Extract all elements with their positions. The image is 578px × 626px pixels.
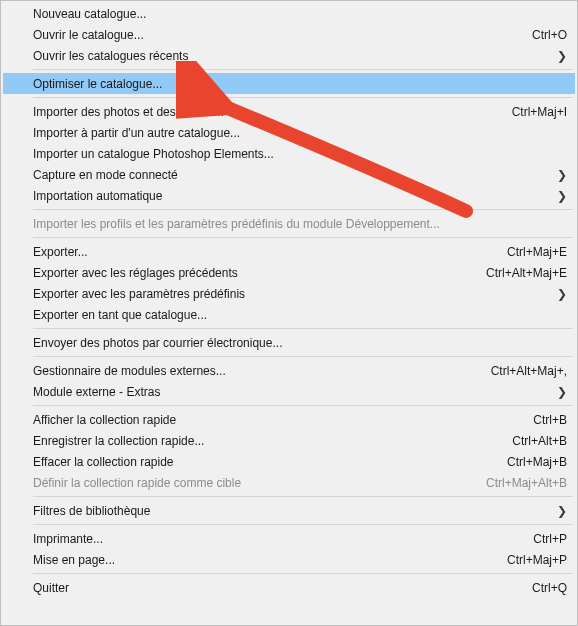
menu-item-shortcut: Ctrl+P — [509, 532, 567, 546]
menu-item-export-presets[interactable]: Exporter avec les paramètres prédéfinis❯ — [3, 283, 575, 304]
menu-item-open-catalog[interactable]: Ouvrir le catalogue...Ctrl+O — [3, 24, 575, 45]
menu-item-shortcut: Ctrl+Alt+B — [488, 434, 567, 448]
chevron-right-icon: ❯ — [557, 504, 567, 518]
menu-item-save-quick[interactable]: Enregistrer la collection rapide...Ctrl+… — [3, 430, 575, 451]
menu-item-recent-catalogs[interactable]: Ouvrir les catalogues récents❯ — [3, 45, 575, 66]
menu-item-shortcut: Ctrl+O — [508, 28, 567, 42]
menu-item-import-photos[interactable]: Importer des photos et des vidéos...Ctrl… — [3, 101, 575, 122]
menu-item-export[interactable]: Exporter...Ctrl+Maj+E — [3, 241, 575, 262]
menu-item-label: Capture en mode connecté — [33, 168, 557, 182]
menu-separator — [33, 356, 573, 357]
menu-item-label: Afficher la collection rapide — [33, 413, 509, 427]
menu-item-import-from-cat[interactable]: Importer à partir d'un autre catalogue..… — [3, 122, 575, 143]
menu-item-label: Nouveau catalogue... — [33, 7, 567, 21]
menu-item-label: Quitter — [33, 581, 508, 595]
menu-item-export-as-catalog[interactable]: Exporter en tant que catalogue... — [3, 304, 575, 325]
chevron-right-icon: ❯ — [557, 287, 567, 301]
menu-separator — [33, 524, 573, 525]
menu-item-printer[interactable]: Imprimante...Ctrl+P — [3, 528, 575, 549]
menu-item-export-previous[interactable]: Exporter avec les réglages précédentsCtr… — [3, 262, 575, 283]
menu-item-shortcut: Ctrl+B — [509, 413, 567, 427]
menu-separator — [33, 209, 573, 210]
menu-item-set-quick-target: Définir la collection rapide comme cible… — [3, 472, 575, 493]
menu-item-tethered-capture[interactable]: Capture en mode connecté❯ — [3, 164, 575, 185]
menu-item-import-dev-profiles: Importer les profils et les paramètres p… — [3, 213, 575, 234]
menu-item-label: Importer les profils et les paramètres p… — [33, 217, 567, 231]
menu-item-label: Filtres de bibliothèque — [33, 504, 557, 518]
chevron-right-icon: ❯ — [557, 385, 567, 399]
menu-separator — [33, 97, 573, 98]
menu-separator — [33, 237, 573, 238]
chevron-right-icon: ❯ — [557, 49, 567, 63]
menu-item-new-catalog[interactable]: Nouveau catalogue... — [3, 3, 575, 24]
menu-item-label: Importer des photos et des vidéos... — [33, 105, 488, 119]
menu-item-import-pse[interactable]: Importer un catalogue Photoshop Elements… — [3, 143, 575, 164]
menu-item-shortcut: Ctrl+Alt+Maj+, — [467, 364, 567, 378]
menu-item-shortcut: Ctrl+Maj+P — [483, 553, 567, 567]
menu-item-label: Exporter avec les réglages précédents — [33, 266, 462, 280]
menu-item-label: Enregistrer la collection rapide... — [33, 434, 488, 448]
menu-item-optimize-catalog[interactable]: Optimiser le catalogue... — [3, 73, 575, 94]
menu-item-plugin-manager[interactable]: Gestionnaire de modules externes...Ctrl+… — [3, 360, 575, 381]
menu-item-label: Module externe - Extras — [33, 385, 557, 399]
menu-item-label: Imprimante... — [33, 532, 509, 546]
menu-item-library-filters[interactable]: Filtres de bibliothèque❯ — [3, 500, 575, 521]
menu-separator — [33, 69, 573, 70]
menu-item-quit[interactable]: QuitterCtrl+Q — [3, 577, 575, 598]
menu-item-label: Définir la collection rapide comme cible — [33, 476, 462, 490]
menu-item-label: Importer un catalogue Photoshop Elements… — [33, 147, 567, 161]
menu-item-label: Envoyer des photos par courrier électron… — [33, 336, 567, 350]
chevron-right-icon: ❯ — [557, 189, 567, 203]
menu-item-label: Ouvrir les catalogues récents — [33, 49, 557, 63]
menu-item-label: Gestionnaire de modules externes... — [33, 364, 467, 378]
menu-item-auto-import[interactable]: Importation automatique❯ — [3, 185, 575, 206]
menu-item-shortcut: Ctrl+Maj+E — [483, 245, 567, 259]
menu-item-label: Importation automatique — [33, 189, 557, 203]
menu-item-shortcut: Ctrl+Q — [508, 581, 567, 595]
menu-item-label: Importer à partir d'un autre catalogue..… — [33, 126, 567, 140]
chevron-right-icon: ❯ — [557, 168, 567, 182]
menu-item-email-photos[interactable]: Envoyer des photos par courrier électron… — [3, 332, 575, 353]
menu-item-label: Mise en page... — [33, 553, 483, 567]
menu-item-label: Exporter avec les paramètres prédéfinis — [33, 287, 557, 301]
menu-separator — [33, 328, 573, 329]
menu-item-shortcut: Ctrl+Alt+Maj+E — [462, 266, 567, 280]
menu-item-shortcut: Ctrl+Maj+I — [488, 105, 567, 119]
menu-separator — [33, 405, 573, 406]
menu-item-clear-quick[interactable]: Effacer la collection rapideCtrl+Maj+B — [3, 451, 575, 472]
menu-item-plugin-extras[interactable]: Module externe - Extras❯ — [3, 381, 575, 402]
menu-item-show-quick[interactable]: Afficher la collection rapideCtrl+B — [3, 409, 575, 430]
menu-item-label: Exporter en tant que catalogue... — [33, 308, 567, 322]
context-menu: Nouveau catalogue...Ouvrir le catalogue.… — [0, 0, 578, 626]
menu-separator — [33, 573, 573, 574]
menu-item-page-setup[interactable]: Mise en page...Ctrl+Maj+P — [3, 549, 575, 570]
menu-item-shortcut: Ctrl+Maj+B — [483, 455, 567, 469]
menu-item-label: Effacer la collection rapide — [33, 455, 483, 469]
menu-item-label: Exporter... — [33, 245, 483, 259]
menu-item-shortcut: Ctrl+Maj+Alt+B — [462, 476, 567, 490]
menu-separator — [33, 496, 573, 497]
menu-item-label: Ouvrir le catalogue... — [33, 28, 508, 42]
menu-item-label: Optimiser le catalogue... — [33, 77, 567, 91]
